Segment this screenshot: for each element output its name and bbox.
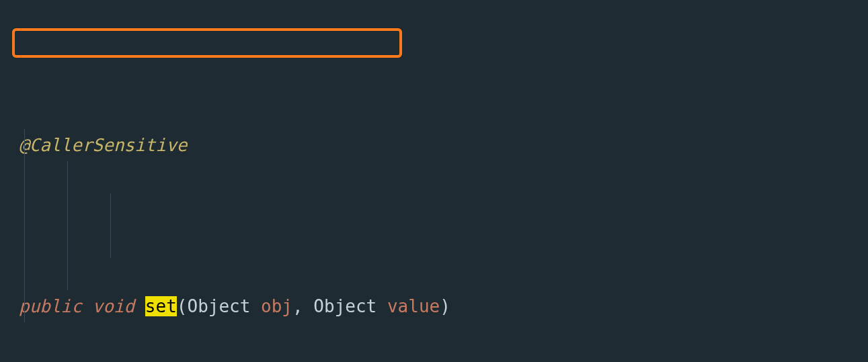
type-object: Object bbox=[313, 296, 377, 316]
keyword-void: void bbox=[93, 296, 135, 316]
indent-guide bbox=[24, 129, 25, 322]
code-line: @CallerSensitive bbox=[19, 129, 868, 161]
indent-guide bbox=[67, 161, 68, 290]
paren: ( bbox=[177, 296, 188, 316]
indent-guide bbox=[110, 193, 111, 258]
keyword-public: public bbox=[19, 296, 82, 316]
comma: , bbox=[292, 296, 303, 316]
type-object: Object bbox=[187, 296, 250, 316]
signature-highlight-box bbox=[12, 28, 402, 58]
paren: ) bbox=[440, 296, 450, 316]
param-obj: obj bbox=[261, 296, 292, 316]
method-name-set: set bbox=[145, 296, 177, 316]
code-editor: @CallerSensitive public void set(Object … bbox=[0, 0, 868, 362]
param-value: value bbox=[387, 296, 440, 316]
annotation: @CallerSensitive bbox=[19, 135, 187, 155]
code-line-signature: public void set(Object obj, Object value… bbox=[19, 290, 868, 322]
